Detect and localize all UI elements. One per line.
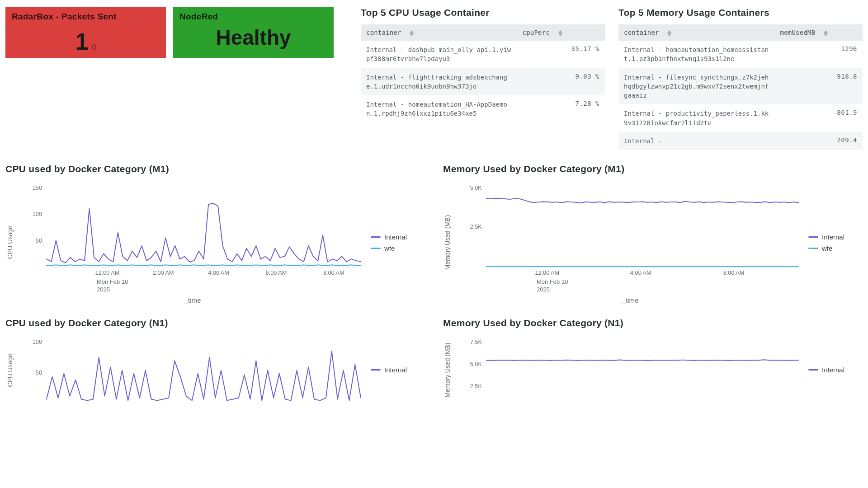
- series-internal: [47, 351, 361, 400]
- panel-title: Top 5 Memory Usage Containers: [618, 7, 863, 18]
- table-row[interactable]: Internal - homeautomation_homeassistant.…: [618, 41, 863, 68]
- svg-text:100: 100: [33, 338, 42, 345]
- svg-text:5.0K: 5.0K: [470, 184, 482, 191]
- panel-title: Top 5 CPU Usage Container: [361, 7, 605, 18]
- metric-cell: 709.4: [775, 132, 863, 150]
- chart-legend: Internal wfe: [808, 181, 863, 304]
- svg-text:100: 100: [33, 211, 42, 218]
- radarbox-packets-tile: RadarBox - Packets Sent 1 0: [5, 7, 166, 58]
- panel-title: Memory Used by Docker Category (M1): [443, 164, 863, 174]
- mem-n1-chart[interactable]: 7.5K 5.0K 2.5K: [458, 335, 803, 406]
- legend-item[interactable]: wfe: [371, 244, 425, 252]
- tile-status: Healthy: [179, 22, 327, 53]
- table-row[interactable]: Internal - productivity_paperless.1.kk9v…: [618, 104, 863, 132]
- container-cell: Internal - flighttracking_adsbexchange.1…: [361, 68, 517, 96]
- x-tick-date: Mon Feb 10: [537, 278, 803, 286]
- svg-text:2.5K: 2.5K: [470, 382, 482, 389]
- container-cell: Internal - filesync_syncthingx.z7k2jehhq…: [618, 68, 775, 105]
- svg-text:50: 50: [36, 369, 42, 376]
- column-header-cpuperc[interactable]: cpuPerc: [517, 24, 605, 41]
- mem-m1-chart[interactable]: 5.0K 2.5K 12:00 AM 4:00 AM 8:00 AM: [458, 181, 803, 278]
- top-cpu-table-panel: Top 5 CPU Usage Container container: [361, 7, 605, 150]
- chart-legend: Internal wfe: [371, 181, 425, 304]
- metric-cell: 9.03 %: [517, 68, 605, 96]
- metric-cell: 35.17 %: [517, 41, 605, 68]
- chart-legend: Internal: [371, 335, 425, 406]
- x-tick-year: 2025: [97, 286, 365, 294]
- x-axis-label: _time: [458, 296, 803, 304]
- series-internal: [486, 198, 799, 203]
- container-cell: Internal -: [618, 132, 775, 150]
- x-axis-label: _time: [20, 296, 365, 304]
- svg-text:7.5K: 7.5K: [470, 338, 482, 345]
- metric-cell: 918.8: [775, 68, 863, 105]
- svg-text:6:00 AM: 6:00 AM: [266, 269, 287, 276]
- legend-item[interactable]: Internal: [808, 233, 863, 241]
- panel-title: CPU used by Docker Category (N1): [5, 318, 425, 328]
- cpu-m1-chart-panel: CPU used by Docker Category (M1) CPU Usa…: [5, 164, 425, 304]
- chart-legend: Internal: [808, 335, 863, 406]
- mem-m1-chart-panel: Memory Used by Docker Category (M1) Memo…: [443, 164, 863, 304]
- svg-text:4:00 AM: 4:00 AM: [630, 269, 651, 276]
- top-mem-table-panel: Top 5 Memory Usage Containers container: [618, 7, 863, 150]
- sort-icon[interactable]: [824, 30, 828, 36]
- container-cell: Internal - homeautomation_homeassistant.…: [618, 41, 775, 68]
- cpu-n1-chart[interactable]: 100 50: [20, 335, 365, 406]
- container-cell: Internal - dashpub-main_olly-api.1.yiwpf…: [361, 41, 517, 68]
- metric-cell: 801.9: [775, 104, 863, 132]
- table-row[interactable]: Internal -709.4: [618, 132, 863, 150]
- legend-item[interactable]: Internal: [371, 366, 425, 374]
- tile-title: RadarBox - Packets Sent: [12, 12, 160, 22]
- y-axis-label: Memory Used (MB): [443, 181, 452, 304]
- svg-text:2.5K: 2.5K: [470, 223, 482, 230]
- metric-cell: 1296: [775, 41, 863, 68]
- svg-text:4:00 AM: 4:00 AM: [208, 269, 229, 276]
- mem-n1-chart-panel: Memory Used by Docker Category (N1) Memo…: [443, 318, 863, 406]
- svg-text:2:00 AM: 2:00 AM: [153, 269, 174, 276]
- svg-text:8:00 AM: 8:00 AM: [723, 269, 745, 276]
- panel-title: CPU used by Docker Category (M1): [5, 164, 425, 174]
- table-row[interactable]: Internal - filesync_syncthingx.z7k2jehhq…: [618, 68, 863, 105]
- y-axis-label: CPU Usage: [5, 335, 14, 406]
- x-tick-date: Mon Feb 10: [97, 278, 365, 286]
- y-axis-label: CPU Usage: [5, 181, 14, 304]
- sort-icon[interactable]: [410, 30, 414, 36]
- x-tick-year: 2025: [537, 286, 803, 294]
- series-internal: [486, 360, 798, 360]
- legend-item[interactable]: Internal: [808, 366, 863, 374]
- svg-text:8:00 AM: 8:00 AM: [323, 269, 344, 276]
- legend-item[interactable]: wfe: [808, 244, 863, 252]
- tile-subvalue: 0: [92, 43, 96, 53]
- y-axis-label: Memory Used (MB): [443, 335, 452, 406]
- svg-text:150: 150: [33, 184, 42, 191]
- column-header-memused[interactable]: memUsedMB: [775, 24, 863, 41]
- svg-text:5.0K: 5.0K: [470, 360, 482, 367]
- series-internal: [47, 203, 361, 263]
- container-cell: Internal - productivity_paperless.1.kk9v…: [618, 104, 775, 132]
- tile-title: NodeRed: [179, 12, 327, 22]
- sort-icon[interactable]: [667, 30, 671, 36]
- tile-value: 1: [75, 30, 89, 53]
- column-header-container[interactable]: container: [361, 24, 517, 41]
- svg-text:50: 50: [36, 238, 42, 244]
- table-row[interactable]: Internal - flighttracking_adsbexchange.1…: [361, 68, 605, 96]
- nodered-status-tile: NodeRed Healthy: [173, 7, 334, 58]
- svg-text:12:00 AM: 12:00 AM: [95, 269, 120, 276]
- table-row[interactable]: Internal - dashpub-main_olly-api.1.yiwpf…: [361, 41, 605, 68]
- legend-item[interactable]: Internal: [371, 233, 425, 241]
- svg-text:12:00 AM: 12:00 AM: [535, 269, 559, 276]
- cpu-m1-chart[interactable]: 150 100 50 12:00 AM 2:00 AM 4:00 AM 6:00…: [20, 181, 365, 278]
- table-row[interactable]: Internal - homeautomation_HA-AppDaemon.1…: [361, 95, 605, 123]
- sort-icon[interactable]: [558, 30, 562, 36]
- panel-title: Memory Used by Docker Category (N1): [443, 318, 863, 328]
- series-wfe: [47, 265, 361, 266]
- container-cell: Internal - homeautomation_HA-AppDaemon.1…: [361, 95, 517, 123]
- cpu-n1-chart-panel: CPU used by Docker Category (N1) CPU Usa…: [5, 318, 425, 406]
- column-header-container[interactable]: container: [618, 24, 775, 41]
- metric-cell: 7.28 %: [517, 95, 605, 123]
